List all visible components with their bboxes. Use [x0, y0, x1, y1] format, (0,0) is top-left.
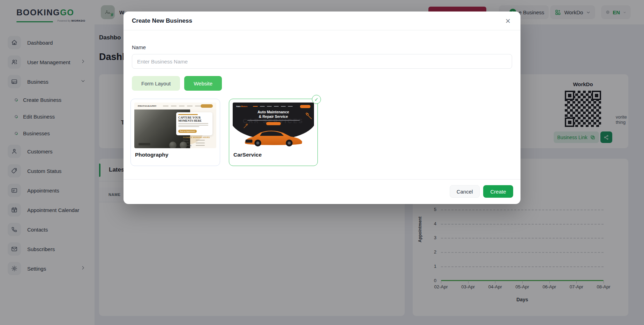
sports-car-illustration	[243, 127, 304, 148]
template-label: CarService	[233, 152, 314, 158]
hours-time-bar	[196, 145, 205, 146]
template-label: Photography	[135, 152, 216, 158]
close-icon[interactable]: ✕	[503, 16, 513, 26]
template-card-photography[interactable]: PHOTOGRAPHY CAPTURE YOUR MOMENTS HERE Bo…	[130, 99, 220, 166]
tab-website[interactable]: Website	[184, 76, 222, 91]
modal-title: Create New Business	[132, 17, 192, 24]
business-name-input[interactable]	[132, 54, 512, 69]
hero-panel: CAPTURE YOUR MOMENTS HERE Book an Appoin…	[176, 112, 212, 135]
paragraph-bars	[178, 123, 210, 127]
layout-tabs: Form Layout Website	[132, 76, 222, 91]
tab-form-layout[interactable]: Form Layout	[132, 76, 180, 91]
create-button[interactable]: Create	[483, 185, 513, 198]
car-logo-primary: Auto	[236, 105, 241, 107]
avatar	[169, 142, 177, 148]
contact-pill	[300, 105, 310, 108]
modal-footer: Cancel Create	[123, 179, 521, 204]
working-hours: FLEXIBLE WORKING HOURS Monday Tuesday We…	[183, 136, 210, 146]
hours-day: Monday	[183, 139, 192, 141]
app-root: BOOKINGGO Powered By WORKDO Dashboard Us…	[0, 0, 644, 325]
name-field-label: Name	[132, 44, 146, 50]
contact-pill	[201, 104, 213, 108]
avatar	[180, 142, 187, 148]
carservice-thumbnail: Auto Motors CAR SERVICES Auto Maintenanc…	[233, 103, 314, 148]
nav-placeholder	[253, 106, 293, 107]
car-hero-heading: Auto Maintenance & Repair Service	[233, 110, 314, 119]
wrench-icon	[305, 112, 313, 121]
photography-logo: PHOTOGRAPHY	[138, 105, 157, 107]
cancel-button[interactable]: Cancel	[450, 185, 480, 198]
photography-thumbnail: PHOTOGRAPHY CAPTURE YOUR MOMENTS HERE Bo…	[134, 103, 216, 148]
template-card-carservice[interactable]: ✓ Auto Motors CAR SERVICES Auto Maintena…	[229, 99, 318, 166]
subtitle-bar	[247, 120, 300, 121]
hours-time-bar	[196, 143, 205, 143]
book-appointment-pill: Book an Appointment	[178, 130, 197, 133]
car-logo-accent: Motors	[241, 105, 247, 107]
modal-header: Create New Business ✕	[123, 12, 521, 30]
hours-time-bar	[196, 140, 205, 141]
text-fragment-bar	[138, 143, 150, 145]
create-business-modal: Create New Business ✕ Name Form Layout W…	[123, 12, 521, 204]
hours-title: FLEXIBLE WORKING HOURS	[183, 136, 210, 138]
tagline-bar	[178, 114, 198, 115]
hero-heading: CAPTURE YOUR MOMENTS HERE	[178, 116, 210, 122]
nav-placeholder	[163, 106, 201, 107]
book-service-pill	[266, 122, 281, 125]
